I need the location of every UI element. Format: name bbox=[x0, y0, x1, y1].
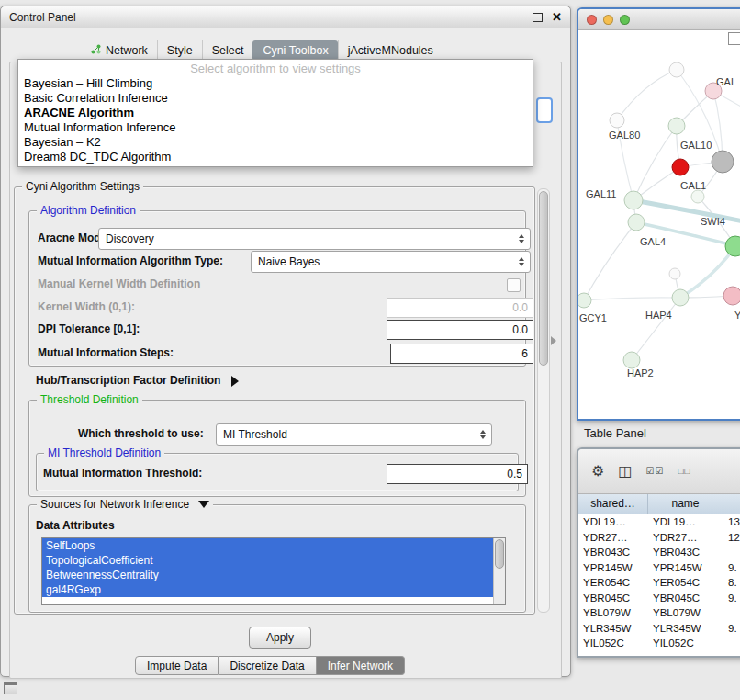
graph-node[interactable] bbox=[623, 352, 640, 368]
columns-icon[interactable]: ◫ bbox=[618, 464, 632, 479]
graph-edge[interactable] bbox=[584, 222, 636, 300]
algorithm-option-mutual-information-inference[interactable]: Mutual Information Inference bbox=[18, 120, 533, 135]
list-scrollbar[interactable] bbox=[493, 538, 505, 604]
graph-node[interactable] bbox=[624, 191, 643, 209]
scrollbar-thumb[interactable] bbox=[495, 539, 504, 569]
node-label-swi4: SWI4 bbox=[701, 216, 725, 227]
table-row[interactable]: YLR345WYLR345W9. bbox=[578, 621, 740, 637]
graph-node[interactable] bbox=[712, 151, 734, 173]
table-row[interactable]: YDL19…YDL19…13 bbox=[578, 514, 740, 530]
graph-edge[interactable] bbox=[617, 70, 677, 120]
graph-node[interactable] bbox=[672, 159, 689, 175]
unchecked-boxes-icon[interactable]: □□ bbox=[678, 467, 690, 476]
table-row[interactable]: YBL079WYBL079W bbox=[578, 605, 740, 621]
gear-icon[interactable]: ⚙ bbox=[591, 464, 604, 479]
graph-node[interactable] bbox=[691, 190, 704, 203]
node-label-gal: GAL bbox=[716, 76, 736, 87]
node-label-hap2: HAP2 bbox=[627, 367, 654, 378]
restore-panel-icon[interactable] bbox=[4, 682, 17, 694]
dpi-tolerance-field[interactable]: 0.0 bbox=[387, 320, 533, 340]
tab-select[interactable]: Select bbox=[202, 40, 253, 61]
table-row[interactable]: YDR27…YDR27…12 bbox=[578, 530, 740, 546]
settings-scrollbar[interactable] bbox=[537, 188, 550, 613]
scrollbar-thumb[interactable] bbox=[539, 191, 548, 366]
close-button[interactable] bbox=[587, 15, 597, 25]
column-header-extra[interactable] bbox=[723, 494, 740, 514]
graph-edge[interactable] bbox=[584, 298, 680, 300]
tab-cyni-toolbox[interactable]: Cyni Toolbox bbox=[252, 40, 337, 61]
table-cell: 9. bbox=[723, 591, 740, 606]
attribute-topologicalcoefficient[interactable]: TopologicalCoefficient bbox=[42, 553, 494, 568]
table-cell: YDR27… bbox=[578, 530, 648, 546]
expanded-arrow-icon[interactable] bbox=[198, 501, 209, 508]
table-cell: YBR045C bbox=[578, 591, 648, 606]
field-value: 0.0 bbox=[512, 323, 528, 336]
graph-node[interactable] bbox=[723, 287, 740, 305]
network-graph[interactable]: GAL80GALGAL10GAL11GAL1SWI4GAL4GCY1HAP4HA… bbox=[578, 30, 740, 416]
column-header-name[interactable]: name bbox=[648, 494, 723, 514]
tab-jactivemnodules[interactable]: jActiveMNodules bbox=[338, 40, 443, 61]
close-icon[interactable]: ✕ bbox=[552, 11, 562, 23]
control-panel-titlebar[interactable]: Control Panel ✕ bbox=[1, 6, 570, 28]
algorithm-option-dream8-dc-tdc-algorithm[interactable]: Dream8 DC_TDC Algorithm bbox=[18, 150, 533, 164]
combo-arrows-icon bbox=[475, 430, 491, 439]
algorithm-option-basic-correlation-inference[interactable]: Basic Correlation Inference bbox=[18, 91, 533, 106]
network-window-titlebar[interactable] bbox=[578, 9, 740, 30]
data-attributes-list[interactable]: SelfLoopsTopologicalCoefficientBetweenne… bbox=[41, 537, 506, 605]
panel-splitter-handle[interactable] bbox=[551, 336, 556, 345]
tab-style[interactable]: Style bbox=[157, 40, 202, 61]
tab-network[interactable]: Network bbox=[82, 40, 157, 61]
graph-node[interactable] bbox=[578, 293, 591, 308]
graph-node[interactable] bbox=[628, 214, 645, 231]
attribute-gal4rgexp[interactable]: gal4RGexp bbox=[42, 582, 494, 597]
table-row[interactable]: YER054CYER054C8. bbox=[578, 575, 740, 591]
network-canvas[interactable]: GAL80GALGAL10GAL11GAL1SWI4GAL4GCY1HAP4HA… bbox=[578, 30, 740, 416]
bottom-tab-discretize-data[interactable]: Discretize Data bbox=[219, 656, 316, 675]
graph-node[interactable] bbox=[668, 118, 685, 134]
mi-threshold-field[interactable]: 0.5 bbox=[387, 464, 528, 484]
which-threshold-select[interactable]: MI Threshold bbox=[216, 423, 492, 446]
aracne-mode-select[interactable]: Discovery bbox=[98, 228, 531, 250]
table-cell: YBR043C bbox=[648, 545, 723, 560]
float-window-icon[interactable] bbox=[533, 13, 543, 22]
graph-node[interactable] bbox=[610, 113, 624, 128]
algorithm-option-bayesian-k2[interactable]: Bayesian – K2 bbox=[18, 135, 533, 150]
graph-node[interactable] bbox=[669, 268, 680, 279]
graph-edge[interactable] bbox=[632, 298, 680, 360]
apply-button[interactable]: Apply bbox=[249, 627, 311, 649]
table-cell bbox=[723, 545, 740, 560]
mi-threshold-label: Mutual Information Threshold: bbox=[43, 464, 202, 482]
minimize-button[interactable] bbox=[603, 15, 613, 25]
mi-steps-field[interactable]: 6 bbox=[390, 344, 533, 364]
sources-title[interactable]: Sources for Network Inference bbox=[37, 498, 213, 511]
table-row[interactable]: YPR145WYPR145W9. bbox=[578, 560, 740, 576]
manual-kernel-width-checkbox[interactable] bbox=[507, 278, 521, 292]
graph-node[interactable] bbox=[672, 289, 689, 306]
bottom-tab-infer-network[interactable]: Infer Network bbox=[317, 656, 405, 675]
table-row[interactable]: YBR045CYBR045C9. bbox=[578, 591, 740, 606]
kernel-width-label: Kernel Width (0,1): bbox=[38, 298, 135, 316]
overview-toggle[interactable] bbox=[728, 32, 740, 45]
zoom-button[interactable] bbox=[620, 15, 630, 25]
graph-node[interactable] bbox=[725, 236, 740, 256]
table-row[interactable]: YBR043CYBR043C bbox=[578, 545, 740, 560]
column-header-shared[interactable]: shared… bbox=[578, 494, 648, 514]
checked-boxes-icon[interactable]: ☑☑ bbox=[645, 467, 664, 476]
attribute-betweennesscentrality[interactable]: BetweennessCentrality bbox=[42, 568, 494, 582]
algorithm-option-bayesian-hill-climbing[interactable]: Bayesian – Hill Climbing bbox=[18, 76, 533, 91]
mi-type-select[interactable]: Naive Bayes bbox=[251, 251, 531, 273]
combo-arrows-icon bbox=[513, 257, 530, 266]
apply-button-label: Apply bbox=[266, 631, 294, 644]
collapsed-arrow-icon[interactable] bbox=[231, 376, 239, 387]
algorithm-option-aracne-algorithm[interactable]: ARACNE Algorithm bbox=[18, 106, 533, 120]
table-cell: YER054C bbox=[578, 575, 648, 591]
table-row[interactable]: YIL052CYIL052C bbox=[578, 636, 740, 651]
algorithm-select-fragment[interactable] bbox=[536, 97, 553, 123]
table-cell: YLR345W bbox=[648, 621, 723, 637]
bottom-tab-impute-data[interactable]: Impute Data bbox=[135, 656, 219, 675]
graph-node[interactable] bbox=[669, 62, 684, 77]
hub-section-toggle[interactable]: Hub/Transcription Factor Definition bbox=[36, 370, 239, 390]
kernel-width-field[interactable]: 0.0 bbox=[387, 298, 533, 318]
network-view-window: GAL80GALGAL10GAL11GAL1SWI4GAL4GCY1HAP4HA… bbox=[577, 7, 740, 421]
attribute-selfloops[interactable]: SelfLoops bbox=[42, 538, 494, 553]
